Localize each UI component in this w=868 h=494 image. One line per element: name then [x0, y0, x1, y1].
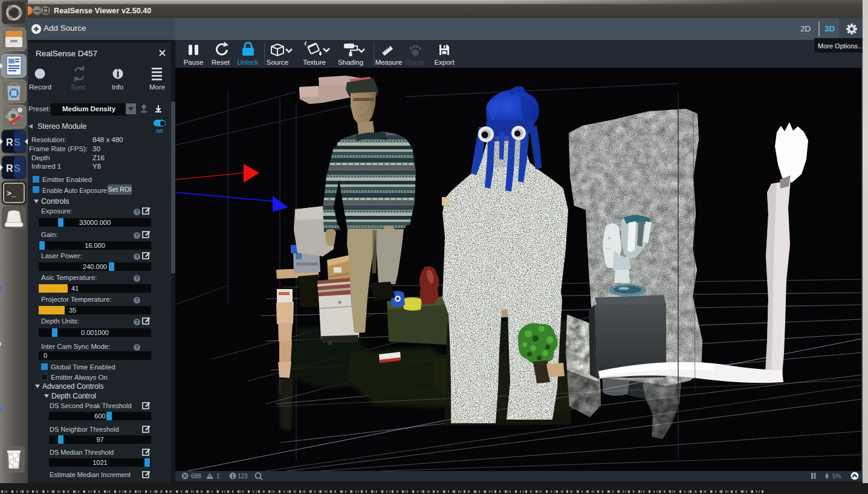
- svg-text:R: R: [6, 137, 13, 148]
- svg-text:S: S: [14, 137, 21, 148]
- svg-text:123: 123: [238, 473, 248, 479]
- svg-text:688: 688: [191, 473, 201, 479]
- svg-text:5%: 5%: [832, 473, 841, 479]
- svg-text:Info: Info: [112, 83, 123, 91]
- svg-text:R: R: [6, 163, 13, 174]
- svg-text:1: 1: [216, 473, 220, 479]
- svg-text:Record: Record: [29, 83, 51, 91]
- svg-text:More: More: [149, 83, 165, 91]
- svg-text:S: S: [14, 163, 21, 174]
- svg-text:Sync: Sync: [71, 83, 86, 91]
- svg-text:>_: >_: [7, 189, 16, 198]
